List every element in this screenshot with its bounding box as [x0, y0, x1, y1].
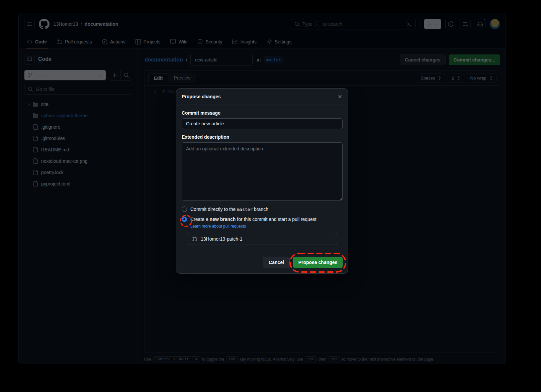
git-pull-request-icon — [192, 236, 197, 242]
cancel-button[interactable]: Cancel — [263, 257, 290, 268]
branch-name-input[interactable] — [201, 236, 333, 242]
create-branch-option[interactable]: Create a new branch for this commit and … — [182, 217, 343, 222]
extended-description-textarea[interactable] — [182, 142, 343, 201]
extended-description-label: Extended description — [182, 134, 343, 140]
commit-message-input[interactable] — [182, 118, 343, 129]
screen: 13Homer13 / documentation Type / to sear… — [0, 0, 541, 392]
propose-changes-button[interactable]: Propose changes — [293, 257, 343, 268]
commit-message-label: Commit message — [182, 110, 343, 116]
learn-more-link[interactable]: Learn more about pull requests — [190, 224, 246, 229]
commit-directly-label: Commit directly to the master branch — [190, 207, 268, 212]
propose-changes-dialog: Propose changes Commit message Extended … — [176, 89, 348, 273]
commit-directly-option[interactable]: Commit directly to the master branch — [182, 207, 343, 212]
close-dialog-button[interactable] — [337, 94, 343, 99]
new-branch-name-field[interactable] — [188, 233, 337, 245]
dialog-title: Propose changes — [182, 94, 221, 99]
radio-checked[interactable] — [182, 217, 187, 222]
close-icon — [337, 94, 343, 99]
create-branch-label: Create a new branch for this commit and … — [190, 217, 317, 222]
radio-unchecked[interactable] — [182, 207, 187, 212]
